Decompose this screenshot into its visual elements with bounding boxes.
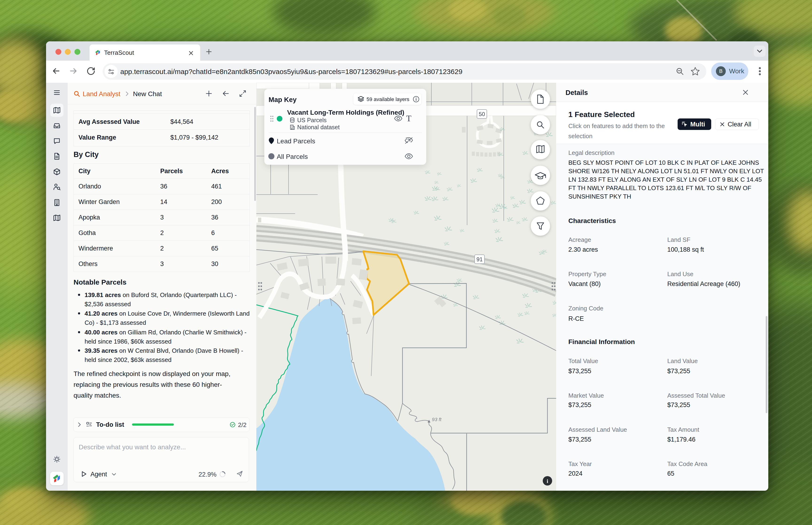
svg-text:50: 50 [479,111,485,117]
svg-text:91: 91 [476,256,483,262]
svg-text:93 ft: 93 ft [432,417,442,422]
svg-text:i: i [547,478,548,484]
